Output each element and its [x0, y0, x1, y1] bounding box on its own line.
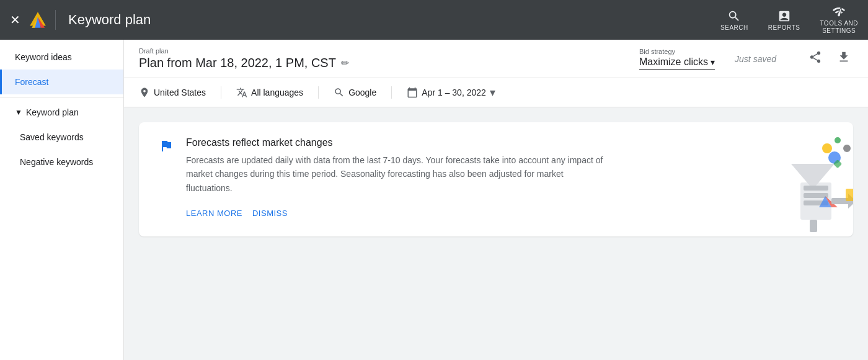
svg-point-16	[843, 145, 851, 152]
tools-nav-button[interactable]: TOOLS ANDSETTINGS	[820, 5, 858, 35]
sidebar: Keyword ideas Forecast ▼ Keyword plan Sa…	[0, 40, 124, 360]
svg-rect-9	[804, 193, 828, 198]
share-button[interactable]	[806, 48, 825, 70]
plan-name: Plan from Mar 18, 2022, 1 PM, CST ✏	[139, 56, 619, 70]
notification-card: Forecasts reflect market changes Forecas…	[139, 122, 853, 236]
top-nav-actions: SEARCH REPORTS TOOLS ANDSETTINGS	[720, 5, 858, 35]
sidebar-divider	[0, 97, 123, 97]
close-button[interactable]: ✕	[10, 14, 20, 26]
plan-header: Draft plan Plan from Mar 18, 2022, 1 PM,…	[124, 40, 868, 78]
dropdown-arrow-icon: ▾	[711, 57, 715, 67]
notification-flag-icon	[159, 138, 174, 155]
dismiss-button[interactable]: DISMISS	[252, 205, 288, 222]
sidebar-item-negative-keywords[interactable]: Negative keywords	[0, 150, 123, 174]
draft-label: Draft plan	[139, 47, 619, 55]
page-title: Keyword plan	[68, 12, 720, 28]
sidebar-section-keyword-plan[interactable]: ▼ Keyword plan	[0, 100, 123, 125]
illustration-svg	[704, 127, 853, 232]
chevron-down-icon: ▼	[15, 108, 22, 117]
filter-sep-2	[318, 86, 319, 99]
content-area: Draft plan Plan from Mar 18, 2022, 1 PM,…	[124, 40, 868, 360]
sidebar-item-saved-keywords[interactable]: Saved keywords	[0, 125, 123, 150]
edit-plan-button[interactable]: ✏	[341, 57, 349, 69]
save-status: Just saved	[735, 54, 776, 64]
language-filter[interactable]: All languages	[236, 87, 303, 98]
learn-more-button[interactable]: LEARN MORE	[186, 205, 242, 222]
notification-body: Forecasts are updated daily with data fr…	[186, 153, 608, 195]
location-filter[interactable]: United States	[139, 87, 206, 98]
filter-sep-1	[221, 86, 221, 99]
svg-rect-22	[846, 189, 853, 201]
svg-rect-8	[804, 186, 828, 191]
filter-sep-3	[391, 86, 392, 99]
bid-label: Bid strategy	[639, 48, 715, 55]
date-range-filter[interactable]: Apr 1 – 30, 2022 ▾	[407, 86, 495, 99]
nav-divider	[55, 10, 56, 30]
svg-marker-11	[791, 164, 835, 186]
search-nav-button[interactable]: SEARCH	[720, 9, 748, 31]
sidebar-item-forecast[interactable]: Forecast	[0, 70, 123, 94]
network-filter[interactable]: Google	[334, 87, 376, 98]
main-layout: Keyword ideas Forecast ▼ Keyword plan Sa…	[0, 40, 868, 360]
header-actions	[806, 48, 853, 70]
filter-bar: United States All languages Google Apr 1…	[124, 78, 868, 107]
bid-strategy-section: Bid strategy Maximize clicks ▾	[639, 48, 715, 70]
svg-point-17	[822, 143, 832, 153]
google-ads-logo	[28, 10, 48, 30]
svg-point-18	[835, 137, 841, 143]
bid-strategy-dropdown[interactable]: Maximize clicks ▾	[639, 56, 715, 70]
sidebar-item-keyword-ideas[interactable]: Keyword ideas	[0, 45, 123, 70]
download-button[interactable]	[835, 48, 853, 70]
plan-info: Draft plan Plan from Mar 18, 2022, 1 PM,…	[139, 47, 619, 70]
top-nav: ✕ Keyword plan SEARCH REPORTS TOOLS ANDS…	[0, 0, 868, 40]
date-dropdown-arrow-icon: ▾	[490, 86, 495, 99]
svg-rect-12	[810, 220, 817, 232]
notification-illustration	[692, 122, 853, 236]
reports-nav-button[interactable]: REPORTS	[768, 9, 800, 31]
